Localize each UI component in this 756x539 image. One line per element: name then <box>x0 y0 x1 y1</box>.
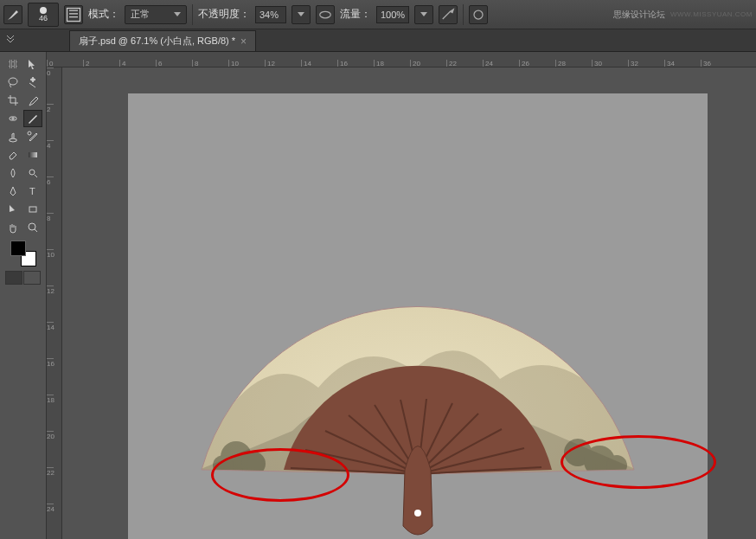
crop-tool[interactable] <box>3 92 22 109</box>
brush-preset-picker[interactable]: 46 <box>28 3 59 27</box>
flow-label: 流量： <box>340 7 371 22</box>
flow-dropdown-arrow[interactable] <box>414 5 433 24</box>
horizontal-ruler[interactable]: 024681012141618202224262830323436 <box>47 52 756 67</box>
document-tab-bar: 扇子.psd @ 67.1% (小白点, RGB/8) * × <box>0 29 756 52</box>
airbrush-toggle[interactable] <box>439 5 458 24</box>
lasso-tool[interactable] <box>3 74 22 91</box>
color-swatches[interactable] <box>10 241 36 266</box>
vertical-ruler[interactable]: 02468101214161820222426 <box>47 67 62 539</box>
expand-panels-icon[interactable] <box>5 33 16 43</box>
close-icon[interactable]: × <box>240 35 247 48</box>
flow-input[interactable]: 100% <box>376 6 409 23</box>
svg-point-7 <box>29 170 35 175</box>
eraser-tool[interactable] <box>3 146 22 164</box>
document-tab-title: 扇子.psd @ 67.1% (小白点, RGB/8) * <box>79 35 235 48</box>
document-view: 024681012141618202224262830323436 024681… <box>47 52 756 539</box>
dodge-tool[interactable] <box>23 164 42 182</box>
eyedropper-tool[interactable] <box>23 92 42 109</box>
svg-rect-9 <box>29 207 36 212</box>
brush-panel-toggle[interactable] <box>64 5 83 24</box>
watermark: 思缘设计论坛 WWW.MISSYUAN.COM <box>613 9 753 21</box>
blend-mode-value: 正常 <box>131 8 150 21</box>
brush-tool-icon[interactable] <box>3 5 22 24</box>
history-brush-tool[interactable] <box>23 128 42 145</box>
svg-point-5 <box>28 132 31 135</box>
opacity-label: 不透明度： <box>198 7 250 22</box>
svg-rect-6 <box>29 152 37 157</box>
annotation-ellipse-left <box>211 448 349 502</box>
tablet-size-toggle[interactable] <box>469 5 488 24</box>
path-selection-tool[interactable] <box>3 201 22 218</box>
chevron-down-icon <box>174 12 181 16</box>
tools-panel: T <box>0 52 47 539</box>
document-tab[interactable]: 扇子.psd @ 67.1% (小白点, RGB/8) * × <box>69 30 256 51</box>
tablet-opacity-toggle[interactable] <box>316 5 335 24</box>
blur-tool[interactable] <box>3 164 22 182</box>
svg-point-2 <box>474 10 483 19</box>
clone-stamp-tool[interactable] <box>3 128 22 145</box>
type-tool[interactable]: T <box>23 183 42 200</box>
magic-wand-tool[interactable] <box>23 74 42 91</box>
healing-brush-tool[interactable] <box>3 110 22 127</box>
svg-point-1 <box>320 11 331 18</box>
hand-tool[interactable] <box>3 219 22 236</box>
svg-point-3 <box>9 78 17 85</box>
brush-size-value: 46 <box>39 14 48 22</box>
rectangle-tool[interactable] <box>23 201 42 218</box>
blend-mode-dropdown[interactable]: 正常 <box>125 5 187 24</box>
svg-point-10 <box>29 223 35 230</box>
standard-mode-toggle[interactable] <box>5 271 22 285</box>
svg-point-30 <box>414 510 421 517</box>
options-bar: 46 模式： 正常 不透明度： 34% 流量： 100% 思缘设计论坛 WWW.… <box>0 0 756 29</box>
opacity-dropdown-arrow[interactable] <box>292 5 311 24</box>
annotation-ellipse-right <box>561 435 716 489</box>
opacity-input[interactable]: 34% <box>255 6 286 23</box>
brush-dot-icon <box>40 7 47 14</box>
quickmask-mode-toggle[interactable] <box>23 271 41 285</box>
canvas-viewport[interactable] <box>62 67 756 539</box>
canvas[interactable] <box>128 93 708 539</box>
mode-label: 模式： <box>88 7 119 22</box>
svg-text:T: T <box>29 186 35 196</box>
pen-tool[interactable] <box>3 183 22 200</box>
zoom-tool[interactable] <box>23 219 42 236</box>
foreground-color-swatch[interactable] <box>10 241 26 256</box>
gradient-tool[interactable] <box>23 146 42 164</box>
brush-tool[interactable] <box>23 110 42 127</box>
marquee-tool[interactable] <box>23 55 42 73</box>
move-tool[interactable] <box>3 55 22 73</box>
main-area: T 024681012141618202224262830323436 0246… <box>0 52 756 539</box>
